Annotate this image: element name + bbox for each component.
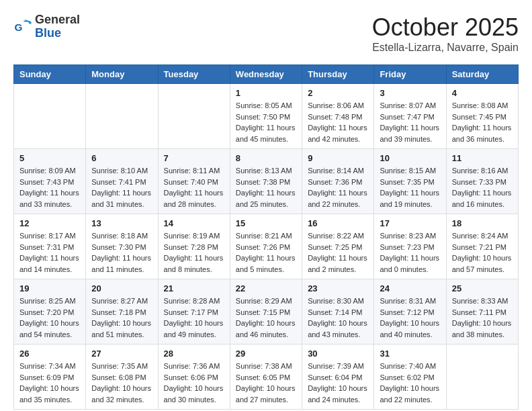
sunset-text: Sunset: 6:05 PM bbox=[236, 373, 290, 381]
day-number: 20 bbox=[91, 283, 152, 293]
calendar-cell: 20 Sunrise: 8:27 AM Sunset: 7:18 PM Dayl… bbox=[86, 279, 158, 345]
sunrise-text: Sunrise: 8:18 AM bbox=[91, 232, 148, 240]
calendar-cell: 14 Sunrise: 8:19 AM Sunset: 7:28 PM Dayl… bbox=[158, 214, 230, 279]
day-info: Sunrise: 8:16 AM Sunset: 7:33 PM Dayligh… bbox=[452, 165, 513, 210]
sunset-text: Sunset: 7:21 PM bbox=[452, 243, 506, 251]
daylight-text: Daylight: 10 hours and 24 minutes. bbox=[308, 384, 367, 404]
sunrise-text: Sunrise: 8:07 AM bbox=[380, 101, 436, 109]
month-title: October 2025 bbox=[372, 13, 519, 42]
day-info: Sunrise: 8:25 AM Sunset: 7:20 PM Dayligh… bbox=[19, 295, 80, 340]
day-number: 28 bbox=[164, 349, 224, 359]
sunrise-text: Sunrise: 8:06 AM bbox=[308, 101, 364, 109]
day-info: Sunrise: 8:14 AM Sunset: 7:36 PM Dayligh… bbox=[308, 165, 368, 210]
day-number: 13 bbox=[91, 218, 152, 228]
calendar-cell: 10 Sunrise: 8:15 AM Sunset: 7:35 PM Dayl… bbox=[374, 149, 446, 214]
day-number: 3 bbox=[380, 88, 440, 98]
daylight-text: Daylight: 11 hours and 31 minutes. bbox=[91, 189, 151, 208]
calendar-cell: 26 Sunrise: 7:34 AM Sunset: 6:09 PM Dayl… bbox=[14, 345, 86, 410]
calendar-cell: 11 Sunrise: 8:16 AM Sunset: 7:33 PM Dayl… bbox=[446, 149, 518, 214]
sunset-text: Sunset: 7:45 PM bbox=[452, 113, 506, 121]
sunrise-text: Sunrise: 8:15 AM bbox=[380, 167, 436, 175]
calendar-week-row: 5 Sunrise: 8:09 AM Sunset: 7:43 PM Dayli… bbox=[14, 149, 519, 214]
logo-blue: Blue bbox=[35, 27, 80, 40]
sunset-text: Sunset: 7:36 PM bbox=[308, 178, 362, 186]
day-info: Sunrise: 7:34 AM Sunset: 6:09 PM Dayligh… bbox=[19, 361, 80, 405]
day-info: Sunrise: 7:40 AM Sunset: 6:02 PM Dayligh… bbox=[380, 361, 440, 405]
calendar-cell: 30 Sunrise: 7:39 AM Sunset: 6:04 PM Dayl… bbox=[302, 345, 374, 410]
sunrise-text: Sunrise: 8:33 AM bbox=[452, 297, 508, 305]
calendar-cell: 5 Sunrise: 8:09 AM Sunset: 7:43 PM Dayli… bbox=[14, 149, 86, 214]
sunset-text: Sunset: 7:11 PM bbox=[452, 308, 506, 316]
sunrise-text: Sunrise: 8:19 AM bbox=[164, 232, 220, 240]
sunset-text: Sunset: 6:04 PM bbox=[308, 373, 362, 381]
sunset-text: Sunset: 6:06 PM bbox=[164, 373, 218, 381]
day-number: 24 bbox=[380, 283, 440, 293]
calendar-cell: 31 Sunrise: 7:40 AM Sunset: 6:02 PM Dayl… bbox=[374, 345, 446, 410]
sunrise-text: Sunrise: 8:13 AM bbox=[236, 167, 292, 175]
weekday-header: Friday bbox=[374, 65, 446, 84]
calendar-cell: 4 Sunrise: 8:08 AM Sunset: 7:45 PM Dayli… bbox=[446, 84, 518, 149]
day-info: Sunrise: 7:38 AM Sunset: 6:05 PM Dayligh… bbox=[236, 361, 296, 405]
sunset-text: Sunset: 7:26 PM bbox=[236, 243, 290, 251]
sunset-text: Sunset: 7:38 PM bbox=[236, 178, 290, 186]
logo-general: General bbox=[35, 13, 80, 27]
day-number: 22 bbox=[236, 283, 296, 293]
calendar-cell: 24 Sunrise: 8:31 AM Sunset: 7:12 PM Dayl… bbox=[374, 279, 446, 345]
calendar-cell: 15 Sunrise: 8:21 AM Sunset: 7:26 PM Dayl… bbox=[230, 214, 302, 279]
calendar-cell bbox=[86, 84, 158, 149]
sunrise-text: Sunrise: 8:09 AM bbox=[19, 167, 76, 175]
day-number: 8 bbox=[236, 153, 296, 163]
weekday-header: Tuesday bbox=[158, 65, 230, 84]
calendar-cell: 17 Sunrise: 8:23 AM Sunset: 7:23 PM Dayl… bbox=[374, 214, 446, 279]
day-number: 10 bbox=[380, 153, 440, 163]
sunset-text: Sunset: 7:20 PM bbox=[19, 308, 74, 316]
daylight-text: Daylight: 11 hours and 8 minutes. bbox=[164, 254, 224, 273]
day-info: Sunrise: 8:22 AM Sunset: 7:25 PM Dayligh… bbox=[308, 230, 368, 275]
day-info: Sunrise: 8:30 AM Sunset: 7:14 PM Dayligh… bbox=[308, 295, 368, 340]
calendar-cell: 8 Sunrise: 8:13 AM Sunset: 7:38 PM Dayli… bbox=[230, 149, 302, 214]
day-info: Sunrise: 8:13 AM Sunset: 7:38 PM Dayligh… bbox=[236, 165, 296, 210]
calendar-cell: 16 Sunrise: 8:22 AM Sunset: 7:25 PM Dayl… bbox=[302, 214, 374, 279]
calendar-cell: 6 Sunrise: 8:10 AM Sunset: 7:41 PM Dayli… bbox=[86, 149, 158, 214]
sunrise-text: Sunrise: 7:35 AM bbox=[91, 362, 148, 370]
sunrise-text: Sunrise: 8:10 AM bbox=[91, 167, 148, 175]
sunset-text: Sunset: 7:30 PM bbox=[91, 243, 146, 251]
svg-text:G: G bbox=[14, 21, 22, 32]
sunrise-text: Sunrise: 8:23 AM bbox=[380, 232, 436, 240]
calendar-cell: 9 Sunrise: 8:14 AM Sunset: 7:36 PM Dayli… bbox=[302, 149, 374, 214]
day-number: 6 bbox=[91, 153, 152, 163]
day-number: 26 bbox=[19, 349, 80, 359]
sunset-text: Sunset: 7:14 PM bbox=[308, 308, 362, 316]
day-number: 25 bbox=[452, 283, 513, 293]
weekday-header: Sunday bbox=[14, 65, 86, 84]
day-info: Sunrise: 8:28 AM Sunset: 7:17 PM Dayligh… bbox=[164, 295, 224, 340]
sunrise-text: Sunrise: 7:36 AM bbox=[164, 362, 220, 370]
sunrise-text: Sunrise: 8:28 AM bbox=[164, 297, 220, 305]
calendar-cell bbox=[158, 84, 230, 149]
daylight-text: Daylight: 10 hours and 46 minutes. bbox=[236, 319, 296, 338]
day-info: Sunrise: 8:18 AM Sunset: 7:30 PM Dayligh… bbox=[91, 230, 152, 275]
daylight-text: Daylight: 10 hours and 43 minutes. bbox=[308, 319, 367, 338]
sunset-text: Sunset: 7:40 PM bbox=[164, 178, 218, 186]
daylight-text: Daylight: 11 hours and 25 minutes. bbox=[236, 189, 296, 208]
daylight-text: Daylight: 10 hours and 32 minutes. bbox=[91, 384, 151, 404]
logo-icon: G bbox=[13, 17, 32, 36]
calendar-cell: 28 Sunrise: 7:36 AM Sunset: 6:06 PM Dayl… bbox=[158, 345, 230, 410]
logo-text: General Blue bbox=[35, 13, 80, 40]
calendar-cell: 18 Sunrise: 8:24 AM Sunset: 7:21 PM Dayl… bbox=[446, 214, 518, 279]
calendar-cell: 1 Sunrise: 8:05 AM Sunset: 7:50 PM Dayli… bbox=[230, 84, 302, 149]
sunset-text: Sunset: 7:12 PM bbox=[380, 308, 434, 316]
day-number: 19 bbox=[19, 283, 80, 293]
sunrise-text: Sunrise: 7:34 AM bbox=[19, 362, 76, 370]
day-number: 7 bbox=[164, 153, 224, 163]
day-info: Sunrise: 8:07 AM Sunset: 7:47 PM Dayligh… bbox=[380, 100, 440, 144]
day-number: 16 bbox=[308, 218, 368, 228]
day-info: Sunrise: 8:19 AM Sunset: 7:28 PM Dayligh… bbox=[164, 230, 224, 275]
sunset-text: Sunset: 6:09 PM bbox=[19, 373, 74, 381]
calendar: SundayMondayTuesdayWednesdayThursdayFrid… bbox=[13, 64, 519, 410]
weekday-header: Monday bbox=[86, 65, 158, 84]
daylight-text: Daylight: 10 hours and 54 minutes. bbox=[19, 319, 79, 338]
calendar-cell bbox=[14, 84, 86, 149]
title-block: October 2025 Estella-Lizarra, Navarre, S… bbox=[372, 13, 519, 54]
day-info: Sunrise: 8:08 AM Sunset: 7:45 PM Dayligh… bbox=[452, 100, 513, 144]
